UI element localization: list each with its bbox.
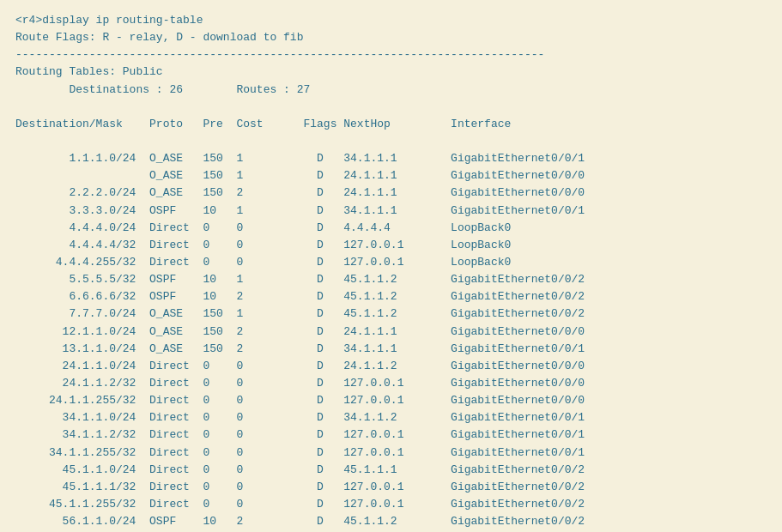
terminal-output: <r4>display ip routing-table Route Flags…	[15, 12, 782, 532]
terminal-container: Route Tags <r4>display ip routing-table …	[9, 7, 782, 532]
terminal-body[interactable]: <r4>display ip routing-table Route Flags…	[9, 7, 782, 532]
terminal-text: <r4>display ip routing-table Route Flags…	[15, 14, 585, 532]
